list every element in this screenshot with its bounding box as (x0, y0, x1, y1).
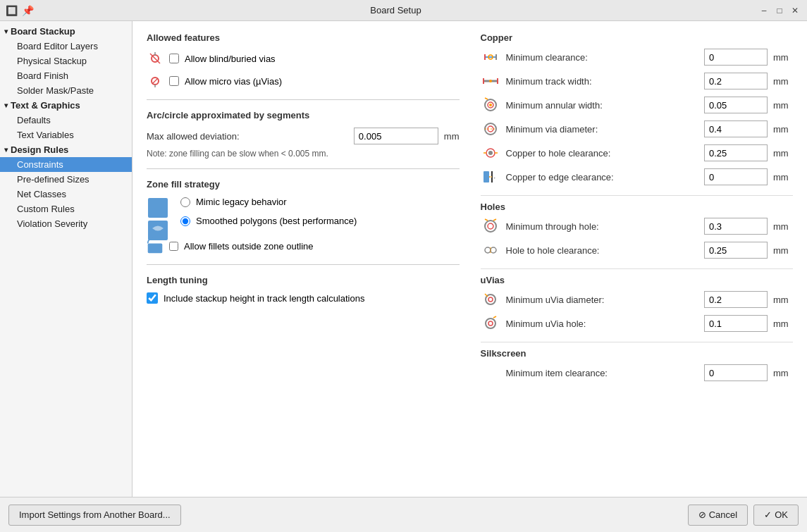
minimize-button[interactable]: – (758, 4, 770, 17)
min-item-clearance-input[interactable] (704, 364, 768, 381)
min-item-clearance-label: Minimum item clearance: (506, 368, 699, 378)
min-uvia-hole-icon (481, 314, 500, 333)
sidebar-item-design-rules[interactable]: ▾ Design Rules (0, 142, 132, 157)
min-uvia-diameter-row: Minimum uVia diameter: mm (481, 290, 794, 309)
svg-point-40 (488, 297, 493, 302)
arc-row: Max allowed deviation: mm (147, 128, 460, 144)
sidebar-item-constraints[interactable]: Constraints (0, 157, 132, 172)
sidebar-item-violation-severity[interactable]: Violation Severity (0, 216, 132, 231)
main-layout: ▾ Board Stackup Board Editor Layers Phys… (0, 21, 807, 497)
min-clearance-input[interactable] (704, 49, 768, 66)
maximize-button[interactable]: □ (773, 4, 786, 17)
chevron-down-icon: ▾ (4, 146, 8, 154)
silkscreen-title: Silkscreen (481, 348, 794, 359)
mimic-legacy-radio[interactable] (180, 197, 190, 207)
bottom-bar-right: ⊘ Cancel ✓ OK (688, 505, 799, 526)
copper-hole-clearance-label: Copper to hole clearance: (506, 148, 699, 159)
min-annular-width-row: Minimum annular width: mm (481, 95, 794, 115)
micro-vias-checkbox[interactable] (169, 76, 179, 86)
cancel-icon: ⊘ (698, 509, 706, 520)
min-track-width-label: Minimum track width: (506, 76, 699, 87)
sidebar-item-board-finish[interactable]: Board Finish (0, 68, 132, 83)
min-annular-width-input[interactable] (704, 97, 768, 113)
titlebar-left: 🔲 📌 (6, 5, 34, 16)
smoothed-polygons-row: Smoothed polygons (best performance) (180, 216, 357, 226)
svg-rect-8 (148, 244, 163, 254)
min-through-hole-unit: mm (773, 221, 793, 232)
zone-options: Mimic legacy behavior Smoothed polygons … (180, 197, 357, 230)
length-tuning-checkbox[interactable] (147, 292, 158, 304)
blind-buried-vias-checkbox[interactable] (169, 54, 179, 63)
copper-hole-clearance-input[interactable] (704, 144, 768, 161)
arc-deviation-input[interactable] (354, 128, 438, 144)
sidebar-item-net-classes[interactable]: Net Classes (0, 187, 132, 202)
arc-label: Max allowed deviation: (147, 131, 348, 142)
import-settings-button[interactable]: Import Settings from Another Board... (8, 505, 181, 526)
allowed-features-title: Allowed features (147, 32, 460, 43)
bottom-bar: Import Settings from Another Board... ⊘ … (0, 497, 807, 532)
svg-line-4 (152, 78, 158, 84)
right-column: Copper Minimum clearance: (481, 32, 794, 391)
sidebar-item-text-variables[interactable]: Text Variables (0, 128, 132, 142)
sidebar-item-board-editor-layers[interactable]: Board Editor Layers (0, 39, 132, 54)
svg-line-35 (493, 219, 496, 221)
arc-unit: mm (444, 131, 460, 142)
sidebar-item-custom-rules[interactable]: Custom Rules (0, 202, 132, 216)
min-clearance-row: Minimum clearance: mm (481, 47, 794, 67)
min-via-diameter-row: Minimum via diameter: mm (481, 119, 794, 139)
smoothed-polygons-radio[interactable] (180, 216, 190, 226)
copper-edge-clearance-input[interactable] (704, 168, 768, 185)
fillets-icon (147, 237, 164, 254)
min-through-hole-label: Minimum through hole: (506, 221, 699, 232)
divider-2 (147, 168, 460, 169)
svg-line-34 (485, 219, 488, 221)
copper-section: Copper Minimum clearance: (481, 32, 794, 187)
min-track-width-icon (481, 71, 500, 91)
min-through-hole-input[interactable] (704, 218, 768, 235)
length-tuning-label: Include stackup height in track length c… (164, 293, 364, 304)
arc-note: Note: zone filling can be slow when < 0.… (147, 149, 460, 159)
sidebar-item-board-stackup[interactable]: ▾ Board Stackup (0, 24, 132, 39)
app-icon: 🔲 (6, 5, 18, 16)
holes-divider (481, 195, 794, 196)
min-item-clearance-icon (481, 363, 500, 383)
min-through-hole-row: Minimum through hole: mm (481, 216, 794, 236)
divider-1 (147, 99, 460, 100)
length-tuning-title: Length tuning (147, 275, 460, 285)
min-uvia-hole-input[interactable] (704, 315, 768, 332)
content-columns: Allowed features Allow blind/buried vias (147, 32, 793, 391)
blind-buried-vias-label: Allow blind/buried vias (185, 54, 276, 64)
min-uvia-diameter-label: Minimum uVia diameter: (506, 295, 699, 305)
sidebar-item-text-graphics[interactable]: ▾ Text & Graphics (0, 98, 132, 113)
allow-fillets-checkbox[interactable] (169, 242, 178, 251)
min-via-diameter-unit: mm (773, 124, 793, 135)
copper-edge-clearance-icon: + (481, 167, 500, 187)
min-track-width-input[interactable] (704, 73, 768, 89)
svg-point-19 (489, 104, 492, 106)
silkscreen-section: Silkscreen Minimum item clearance: mm (481, 348, 794, 383)
hole-clearance-input[interactable] (704, 242, 768, 259)
min-uvia-diameter-input[interactable] (704, 291, 768, 308)
min-through-hole-icon (481, 216, 500, 236)
svg-point-33 (488, 223, 493, 229)
blind-buried-vias-row: Allow blind/buried vias (147, 50, 460, 67)
svg-point-32 (485, 221, 496, 232)
sidebar-item-physical-stackup[interactable]: Physical Stackup (0, 54, 132, 68)
arc-section: Arc/circle approximated by segments Max … (147, 110, 460, 159)
close-button[interactable]: ✕ (789, 4, 801, 17)
smoothed-polygons-label: Smoothed polygons (best performance) (196, 216, 357, 226)
cancel-button[interactable]: ⊘ Cancel (688, 505, 748, 526)
sidebar-item-pre-defined-sizes[interactable]: Pre-defined Sizes (0, 172, 132, 187)
svg-text:+: + (493, 175, 496, 180)
titlebar: 🔲 📌 Board Setup – □ ✕ (0, 0, 807, 21)
micro-vias-row: Allow micro vias (µVias) (147, 73, 460, 89)
svg-rect-6 (148, 198, 168, 218)
ok-button[interactable]: ✓ OK (753, 505, 799, 526)
copper-edge-clearance-unit: mm (773, 172, 793, 183)
min-via-diameter-input[interactable] (704, 120, 768, 137)
sidebar-item-defaults[interactable]: Defaults (0, 113, 132, 128)
uvias-section: uVias Minimum uVia diameter: mm (481, 275, 794, 333)
uvias-title: uVias (481, 275, 794, 285)
sidebar-item-solder-mask-paste[interactable]: Solder Mask/Paste (0, 83, 132, 98)
min-track-width-unit: mm (773, 76, 793, 87)
